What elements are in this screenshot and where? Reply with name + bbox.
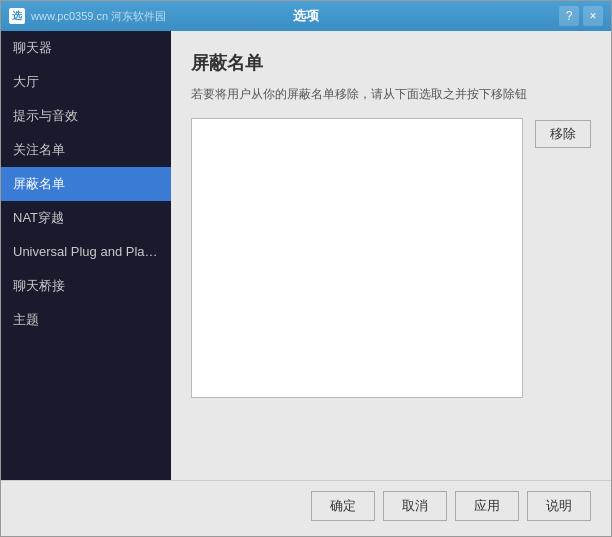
main-window: 选 www.pc0359.cn 河东软件园 选项 ? × 聊天器 大厅 提示与音… xyxy=(0,0,612,537)
list-buttons: 移除 xyxy=(535,118,591,460)
content-area: 聊天器 大厅 提示与音效 关注名单 屏蔽名单 NAT穿越 Universal P… xyxy=(1,31,611,480)
sidebar-item-chat[interactable]: 聊天器 xyxy=(1,31,171,65)
titlebar-left: 选 www.pc0359.cn 河东软件园 xyxy=(9,8,166,24)
sidebar-item-nat[interactable]: NAT穿越 xyxy=(1,201,171,235)
blocked-users-list[interactable] xyxy=(191,118,523,398)
titlebar: 选 www.pc0359.cn 河东软件园 选项 ? × xyxy=(1,1,611,31)
help-footer-button[interactable]: 说明 xyxy=(527,491,591,521)
sidebar-item-bridge[interactable]: 聊天桥接 xyxy=(1,269,171,303)
panel-title: 屏蔽名单 xyxy=(191,51,591,75)
remove-button[interactable]: 移除 xyxy=(535,120,591,148)
panel-description: 若要将用户从你的屏蔽名单移除，请从下面选取之并按下移除钮 xyxy=(191,85,591,103)
help-button[interactable]: ? xyxy=(559,6,579,26)
sidebar-item-hall[interactable]: 大厅 xyxy=(1,65,171,99)
sidebar-item-upnp[interactable]: Universal Plug and Play（UI... xyxy=(1,235,171,269)
sidebar-item-watchlist[interactable]: 关注名单 xyxy=(1,133,171,167)
confirm-button[interactable]: 确定 xyxy=(311,491,375,521)
sidebar-item-blocklist[interactable]: 屏蔽名单 xyxy=(1,167,171,201)
apply-button[interactable]: 应用 xyxy=(455,491,519,521)
sidebar-item-hints[interactable]: 提示与音效 xyxy=(1,99,171,133)
list-area: 移除 xyxy=(191,118,591,460)
window-title: 选项 xyxy=(293,7,319,25)
titlebar-controls: ? × xyxy=(559,6,603,26)
app-icon: 选 xyxy=(9,8,25,24)
sidebar: 聊天器 大厅 提示与音效 关注名单 屏蔽名单 NAT穿越 Universal P… xyxy=(1,31,171,480)
close-button[interactable]: × xyxy=(583,6,603,26)
main-panel: 屏蔽名单 若要将用户从你的屏蔽名单移除，请从下面选取之并按下移除钮 移除 xyxy=(171,31,611,480)
watermark-text: www.pc0359.cn 河东软件园 xyxy=(31,9,166,24)
sidebar-item-theme[interactable]: 主题 xyxy=(1,303,171,337)
footer-buttons: 确定 取消 应用 说明 xyxy=(1,480,611,536)
cancel-button[interactable]: 取消 xyxy=(383,491,447,521)
